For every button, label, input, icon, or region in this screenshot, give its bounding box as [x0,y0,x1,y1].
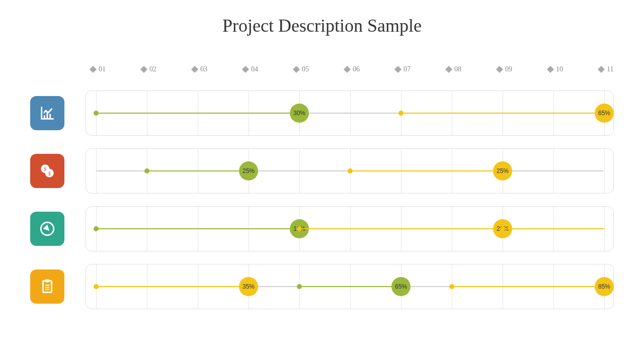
segment-bubble: 30% [290,104,309,123]
chart-growth-icon [30,96,64,130]
x-tick-label: 06 [353,65,360,73]
x-tick: 10 [548,65,563,73]
segment-bubble: 25% [493,161,512,180]
segment-start-dot [297,284,302,289]
x-tick-label: 04 [251,65,258,73]
diamond-icon [598,66,605,73]
segment-start-dot [94,284,99,289]
diamond-icon [496,66,503,73]
x-tick-label: 07 [404,65,411,73]
segment-bubble: 65% [595,104,614,123]
segment-start-dot [500,226,505,231]
segment-label: 25% [243,167,255,174]
chart-area: 0102030405060708091011 30%65%25%25%10%20… [30,65,614,342]
timeline-row: 10%20% [86,206,614,251]
timeline-row: 25%25% [86,148,614,194]
x-tick-label: 10 [556,65,563,73]
segment-bar [350,170,503,171]
segment-bar [452,286,604,287]
x-tick-label: 09 [505,65,512,73]
segment-start-dot [144,168,149,173]
segment-start-dot [94,111,99,116]
segment-bar [299,228,503,229]
diamond-icon [344,66,351,73]
x-tick: 11 [599,65,613,73]
segment-bar [96,228,299,229]
compass-icon [30,212,64,246]
x-tick: 08 [446,65,461,73]
diamond-icon [242,66,249,73]
diamond-icon [140,66,147,73]
segment-label: 30% [293,110,305,117]
diamond-icon [90,66,97,73]
segment-bubble: 35% [239,277,258,296]
segment-bar [147,170,249,171]
segment-label: 65% [598,110,610,117]
diamond-icon [394,66,401,73]
segment-bubble: 85% [595,277,614,296]
segment-start-dot [449,284,454,289]
x-tick-label: 08 [454,65,461,73]
x-tick: 05 [294,65,309,73]
segment-bar [96,286,249,287]
timeline-row: 35%65%85% [86,264,614,309]
segment-label: 35% [243,283,255,290]
coins-icon [30,154,64,188]
segment-bubble: 25% [239,161,258,180]
x-tick-label: 11 [607,65,613,73]
segment-label: 85% [598,283,610,290]
diamond-icon [191,66,198,73]
segment-bar [96,113,299,114]
segment-bar [503,228,604,229]
x-tick: 02 [141,65,156,73]
x-tick-label: 03 [200,65,207,73]
timeline-row: 30%65% [86,90,614,136]
segment-bar [401,113,604,114]
segment-bar [299,286,401,287]
diamond-icon [445,66,452,73]
segment-label: 25% [497,167,509,174]
x-tick: 04 [243,65,258,73]
x-tick-label: 01 [99,65,106,73]
diamond-icon [293,66,300,73]
x-axis-header: 0102030405060708091011 [86,65,614,80]
segment-start-dot [348,168,353,173]
segment-start-dot [297,226,302,231]
segment-start-dot [94,226,99,231]
segment-label: 65% [395,283,407,290]
x-tick: 06 [345,65,360,73]
diamond-icon [547,66,554,73]
grid-line [604,207,605,251]
x-tick-label: 05 [302,65,309,73]
grid-line [604,149,605,193]
x-tick: 09 [497,65,512,73]
page-title: Project Description Sample [0,0,644,36]
x-tick: 01 [91,65,106,73]
clipboard-icon [30,269,64,304]
x-tick: 03 [192,65,207,73]
segment-bubble: 65% [391,277,411,296]
x-tick: 07 [395,65,411,73]
x-tick-label: 02 [149,65,156,73]
segment-start-dot [398,111,404,116]
